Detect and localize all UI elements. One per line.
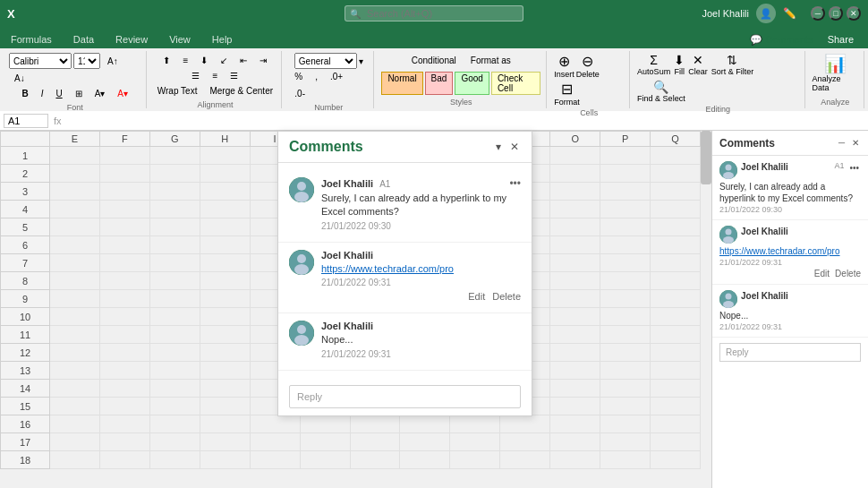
- side-reply-input[interactable]: Reply: [719, 343, 861, 362]
- table-row[interactable]: [651, 236, 701, 254]
- table-row[interactable]: [600, 451, 651, 469]
- table-row[interactable]: [149, 147, 200, 165]
- name-box[interactable]: [4, 114, 48, 128]
- table-row[interactable]: [99, 344, 149, 362]
- increase-decimal-btn[interactable]: .0+: [325, 69, 348, 84]
- table-row[interactable]: [99, 254, 149, 272]
- bold-button[interactable]: B: [16, 86, 33, 101]
- table-row[interactable]: [250, 451, 300, 469]
- table-row[interactable]: [250, 433, 300, 451]
- table-row[interactable]: [200, 183, 250, 201]
- conditional-btn[interactable]: Conditional: [406, 53, 462, 68]
- table-row[interactable]: [300, 451, 350, 469]
- center-align-btn[interactable]: ≡: [207, 68, 223, 83]
- format-btn[interactable]: ⊟ Format: [554, 81, 580, 107]
- scrollbar-thumb[interactable]: [701, 131, 711, 184]
- table-row[interactable]: [500, 451, 550, 469]
- table-row[interactable]: [149, 415, 200, 433]
- delete-comment-btn[interactable]: Delete: [492, 291, 521, 302]
- table-row[interactable]: [200, 236, 250, 254]
- table-row[interactable]: [200, 451, 250, 469]
- table-row[interactable]: [200, 415, 250, 433]
- sort-filter-btn[interactable]: ⇅ Sort & Filter: [711, 53, 754, 76]
- table-row[interactable]: [99, 415, 149, 433]
- font-color-button[interactable]: A▾: [112, 86, 133, 101]
- table-row[interactable]: [651, 433, 701, 451]
- table-row[interactable]: [99, 451, 149, 469]
- table-row[interactable]: [50, 380, 100, 398]
- table-row[interactable]: [149, 433, 200, 451]
- table-row[interactable]: [550, 290, 600, 308]
- table-row[interactable]: [651, 380, 701, 398]
- table-row[interactable]: [600, 362, 651, 380]
- share-button[interactable]: Share: [819, 30, 863, 48]
- table-row[interactable]: [450, 451, 500, 469]
- middle-align-btn[interactable]: ≡: [177, 53, 193, 68]
- side-panel-close-btn[interactable]: ✕: [850, 136, 861, 150]
- table-row[interactable]: [651, 415, 701, 433]
- find-select-btn[interactable]: 🔍 Find & Select: [637, 80, 685, 103]
- table-row[interactable]: [550, 254, 600, 272]
- table-row[interactable]: [50, 344, 100, 362]
- left-align-btn[interactable]: ☰: [186, 68, 205, 83]
- fill-btn[interactable]: ⬇ Fill: [674, 53, 685, 76]
- table-row[interactable]: [200, 165, 250, 183]
- table-row[interactable]: [50, 236, 100, 254]
- outdent-btn[interactable]: ⇥: [254, 53, 272, 68]
- decrease-decimal-btn[interactable]: .0-: [289, 86, 311, 101]
- table-row[interactable]: [350, 451, 400, 469]
- table-row[interactable]: [149, 308, 200, 326]
- tab-view[interactable]: View: [158, 30, 201, 48]
- indent-btn[interactable]: ⇤: [234, 53, 252, 68]
- table-row[interactable]: [600, 165, 651, 183]
- table-row[interactable]: [550, 433, 600, 451]
- table-row[interactable]: [651, 362, 701, 380]
- table-row[interactable]: [550, 183, 600, 201]
- tab-review[interactable]: Review: [105, 30, 158, 48]
- table-row[interactable]: [550, 398, 600, 415]
- comma-btn[interactable]: ,: [310, 69, 323, 84]
- italic-button[interactable]: I: [36, 86, 49, 101]
- table-row[interactable]: [99, 433, 149, 451]
- table-row[interactable]: [50, 433, 100, 451]
- number-format-expand[interactable]: ▾: [359, 56, 363, 66]
- table-row[interactable]: [651, 201, 701, 218]
- table-row[interactable]: [50, 308, 100, 326]
- top-align-btn[interactable]: ⬆: [157, 53, 175, 68]
- table-row[interactable]: [400, 451, 450, 469]
- edit-comment-btn[interactable]: Edit: [468, 291, 485, 302]
- minimize-button[interactable]: ─: [811, 6, 825, 21]
- table-row[interactable]: [50, 415, 100, 433]
- table-row[interactable]: [350, 433, 400, 451]
- table-row[interactable]: [99, 308, 149, 326]
- table-row[interactable]: [149, 272, 200, 290]
- table-row[interactable]: [99, 183, 149, 201]
- table-row[interactable]: [149, 344, 200, 362]
- table-row[interactable]: [600, 218, 651, 236]
- table-row[interactable]: [99, 398, 149, 415]
- table-row[interactable]: [50, 165, 100, 183]
- table-row[interactable]: [200, 380, 250, 398]
- comments-close-btn[interactable]: ✕: [508, 139, 521, 155]
- table-row[interactable]: [500, 415, 550, 433]
- table-row[interactable]: [50, 398, 100, 415]
- col-G[interactable]: G: [149, 132, 200, 147]
- table-row[interactable]: [651, 451, 701, 469]
- table-row[interactable]: [651, 308, 701, 326]
- table-row[interactable]: [651, 147, 701, 165]
- side-delete-btn[interactable]: Delete: [835, 269, 861, 278]
- table-row[interactable]: [99, 380, 149, 398]
- user-avatar[interactable]: 👤: [756, 4, 776, 23]
- table-row[interactable]: [50, 362, 100, 380]
- table-row[interactable]: [600, 201, 651, 218]
- table-row[interactable]: [550, 272, 600, 290]
- border-button[interactable]: ⊞: [70, 86, 88, 101]
- table-row[interactable]: [600, 290, 651, 308]
- normal-style[interactable]: Normal: [381, 72, 422, 95]
- table-row[interactable]: [50, 183, 100, 201]
- table-row[interactable]: [600, 398, 651, 415]
- table-row[interactable]: [600, 254, 651, 272]
- check-style[interactable]: Check Cell: [491, 72, 540, 95]
- increase-font-btn[interactable]: A↑: [102, 54, 123, 69]
- table-row[interactable]: [651, 326, 701, 344]
